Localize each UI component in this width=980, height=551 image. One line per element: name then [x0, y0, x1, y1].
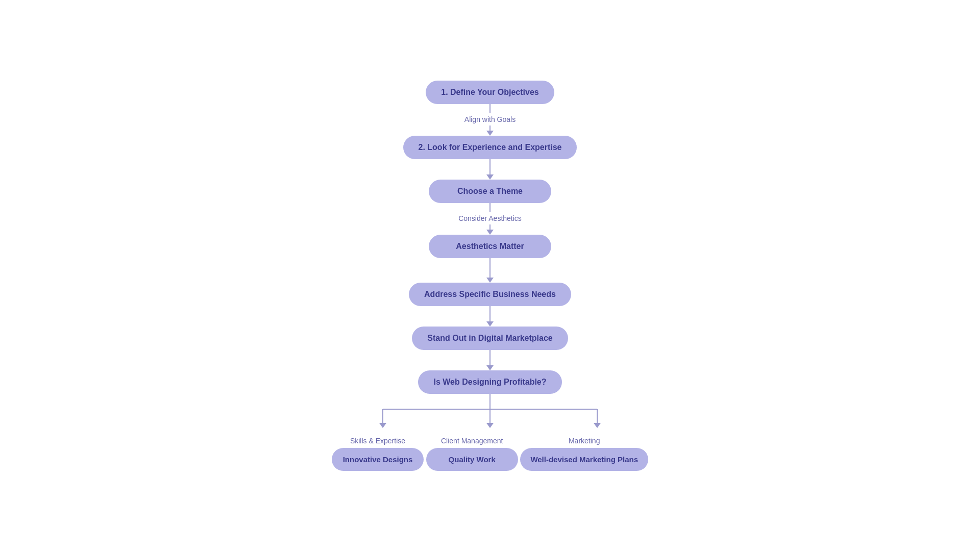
- node-look-experience: 2. Look for Experience and Expertise: [403, 136, 577, 159]
- node-aesthetics-matter: Aesthetics Matter: [429, 235, 551, 258]
- arrow: [486, 278, 494, 283]
- line: [489, 306, 491, 321]
- branch-marketing: Marketing Well-devised Marketing Plans: [520, 435, 648, 471]
- connector-4: [486, 258, 494, 283]
- label-align-goals: Align with Goals: [464, 115, 516, 123]
- line: [489, 203, 491, 212]
- connector-3: Consider Aesthetics: [458, 203, 522, 235]
- line: [489, 350, 491, 365]
- connector-6: [486, 350, 494, 370]
- branch-lines: [332, 394, 648, 435]
- branch-skills: Skills & Expertise Innovative Designs: [332, 435, 424, 471]
- arrow: [486, 131, 494, 136]
- line: [489, 126, 491, 131]
- flowchart-diagram: 1. Define Your Objectives Align with Goa…: [337, 81, 643, 471]
- line: [489, 104, 491, 113]
- connector-5: [486, 306, 494, 327]
- svg-marker-5: [486, 423, 494, 428]
- branch-client: Client Management Quality Work: [426, 435, 518, 471]
- label-marketing: Marketing: [569, 437, 600, 445]
- branch-row: Skills & Expertise Innovative Designs Cl…: [332, 435, 648, 471]
- node-web-designing: Is Web Designing Profitable?: [418, 370, 561, 394]
- arrow: [486, 365, 494, 370]
- arrow: [486, 174, 494, 180]
- line: [489, 224, 491, 230]
- svg-marker-7: [594, 423, 601, 428]
- arrow: [486, 230, 494, 235]
- line: [489, 258, 491, 278]
- svg-marker-3: [379, 423, 386, 428]
- node-quality-work: Quality Work: [426, 448, 518, 471]
- label-client-management: Client Management: [441, 437, 503, 445]
- node-stand-out: Stand Out in Digital Marketplace: [412, 327, 568, 350]
- node-well-devised: Well-devised Marketing Plans: [520, 448, 648, 471]
- node-choose-theme: Choose a Theme: [429, 180, 551, 203]
- node-innovative-designs: Innovative Designs: [332, 448, 424, 471]
- label-consider-aesthetics: Consider Aesthetics: [458, 214, 522, 222]
- connector-2: [486, 159, 494, 180]
- node-address-business: Address Specific Business Needs: [409, 283, 571, 306]
- arrow: [486, 321, 494, 327]
- line: [489, 159, 491, 174]
- connector-1: Align with Goals: [464, 104, 516, 136]
- label-skills-expertise: Skills & Expertise: [350, 437, 405, 445]
- node-define-objectives: 1. Define Your Objectives: [426, 81, 554, 104]
